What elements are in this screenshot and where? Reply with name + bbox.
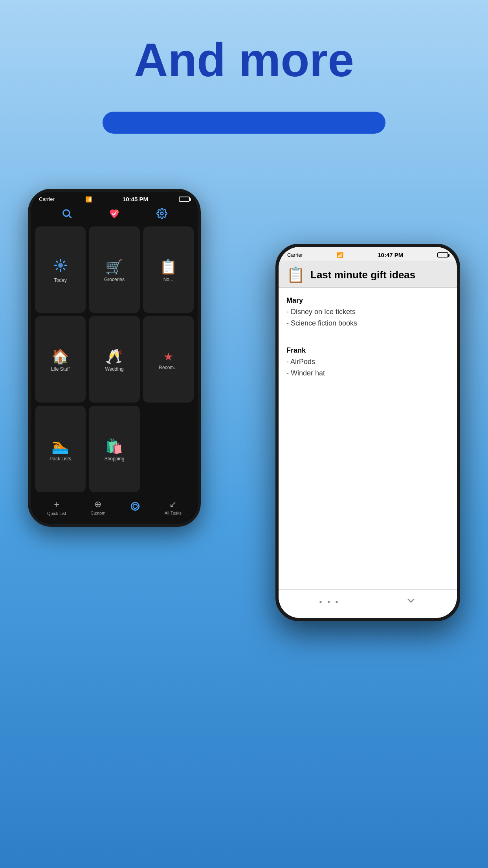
item-disney: - Disney on Ice tickets bbox=[286, 306, 449, 318]
tab-custom-label: Custom bbox=[91, 511, 106, 515]
status-bar-left: Carrier 📶 10:45 PM bbox=[31, 192, 198, 205]
phone-left: Carrier 📶 10:45 PM bbox=[28, 189, 201, 527]
svg-point-13 bbox=[133, 504, 137, 508]
more-dots[interactable]: • • • bbox=[319, 598, 339, 607]
cat-today[interactable]: Today bbox=[35, 226, 86, 313]
status-bar-right: Carrier 📶 10:47 PM bbox=[279, 247, 457, 261]
phones-container: Carrier 📶 10:45 PM bbox=[28, 165, 460, 833]
wifi-icon-right: 📶 bbox=[337, 252, 343, 258]
life-icon: 🏠 bbox=[51, 348, 69, 365]
cat-recom-label: Recom... bbox=[159, 365, 178, 370]
all-tasks-icon: ↙ bbox=[169, 499, 176, 509]
quick-list-icon: + bbox=[54, 499, 59, 510]
tab-quick-list[interactable]: + Quick List bbox=[47, 499, 66, 516]
cat-shopping-label: Shopping bbox=[105, 456, 125, 462]
svg-point-0 bbox=[63, 210, 69, 216]
shopping-icon: 🛍️ bbox=[105, 438, 123, 454]
tab-quick-list-label: Quick List bbox=[47, 511, 66, 516]
cat-wedding[interactable]: 🥂 Wedding bbox=[89, 316, 139, 403]
note-title: Last minute gift ideas bbox=[310, 269, 415, 281]
note-icon: 📋 bbox=[286, 266, 305, 283]
cortana-icon bbox=[130, 501, 140, 514]
chevron-down-icon[interactable] bbox=[405, 595, 416, 609]
cat-pack-label: Pack Lists bbox=[50, 456, 71, 462]
tab-bar-left: + Quick List ⊕ Custom ↙ bbox=[31, 494, 198, 524]
toolbar-left bbox=[31, 205, 198, 225]
cat-notes-label: No... bbox=[163, 277, 173, 282]
svg-line-1 bbox=[69, 215, 71, 218]
battery-left bbox=[179, 197, 190, 202]
item-airpods: - AirPods bbox=[286, 356, 449, 368]
cat-today-label: Today bbox=[54, 278, 67, 283]
blue-pill-decoration bbox=[103, 112, 385, 134]
page-title: And more bbox=[0, 31, 488, 88]
tab-custom[interactable]: ⊕ Custom bbox=[91, 499, 106, 515]
cat-notes[interactable]: 📋 No... bbox=[143, 226, 194, 313]
pack-icon: 🏊 bbox=[51, 438, 69, 454]
time-left: 10:45 PM bbox=[123, 196, 148, 202]
phone-right: Carrier 📶 10:47 PM 📋 Last minute gift id… bbox=[275, 244, 460, 621]
svg-line-10 bbox=[56, 268, 57, 269]
cat-groceries-label: Groceries bbox=[104, 277, 125, 282]
today-icon bbox=[53, 258, 68, 276]
cat-life[interactable]: 🏠 Life Stuff bbox=[35, 316, 86, 403]
person-mary: Mary bbox=[286, 295, 449, 306]
svg-point-2 bbox=[161, 212, 163, 215]
search-icon[interactable] bbox=[61, 208, 72, 222]
cat-life-label: Life Stuff bbox=[51, 366, 70, 372]
cat-shopping[interactable]: 🛍️ Shopping bbox=[89, 406, 139, 492]
item-winder-hat: - Winder hat bbox=[286, 368, 449, 379]
tab-all-tasks[interactable]: ↙ All Tasks bbox=[165, 499, 182, 515]
svg-line-8 bbox=[56, 261, 57, 262]
svg-line-9 bbox=[63, 268, 64, 269]
note-bottom: • • • bbox=[279, 589, 457, 618]
groceries-icon: 🛒 bbox=[105, 259, 123, 275]
tab-cortana[interactable] bbox=[130, 501, 140, 514]
custom-icon: ⊕ bbox=[94, 499, 101, 509]
cat-pack[interactable]: 🏊 Pack Lists bbox=[35, 406, 86, 492]
svg-point-3 bbox=[58, 263, 63, 268]
time-right: 10:47 PM bbox=[378, 252, 403, 258]
item-scifi: - Science fiction books bbox=[286, 318, 449, 329]
carrier-left: Carrier bbox=[39, 196, 55, 202]
wifi-icon-left: 📶 bbox=[85, 196, 92, 202]
heart-check-icon[interactable] bbox=[109, 208, 120, 222]
note-content[interactable]: Mary - Disney on Ice tickets - Science f… bbox=[279, 288, 457, 589]
svg-line-11 bbox=[63, 261, 64, 262]
recom-icon: ★ bbox=[163, 350, 173, 363]
tab-all-tasks-label: All Tasks bbox=[165, 511, 182, 515]
wedding-icon: 🥂 bbox=[105, 348, 123, 365]
carrier-right: Carrier bbox=[287, 252, 303, 258]
note-header: 📋 Last minute gift ideas bbox=[279, 261, 457, 288]
svg-point-12 bbox=[131, 502, 139, 510]
person-frank: Frank bbox=[286, 345, 449, 356]
battery-right bbox=[437, 252, 448, 257]
category-grid: Today 🛒 Groceries 📋 No... 🏠 Life Stuff bbox=[31, 225, 198, 494]
cat-recom[interactable]: ★ Recom... bbox=[143, 316, 194, 403]
settings-icon[interactable] bbox=[156, 208, 167, 222]
cat-wedding-label: Wedding bbox=[105, 366, 123, 372]
cat-groceries[interactable]: 🛒 Groceries bbox=[89, 226, 139, 313]
notes-icon: 📋 bbox=[160, 259, 177, 275]
